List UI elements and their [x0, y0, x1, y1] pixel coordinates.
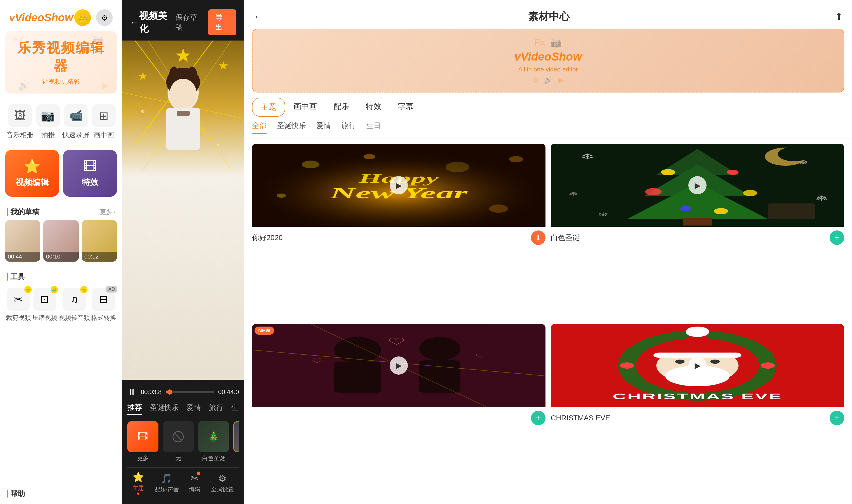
crown-button[interactable]: 👑 [74, 10, 91, 26]
theme-item-none[interactable]: 无 [163, 421, 194, 462]
settings-button[interactable]: ⚙ [96, 10, 113, 26]
primary-tab-theme[interactable]: 主题 [252, 98, 285, 116]
theme-tab-romance[interactable]: 爱情 [186, 403, 201, 415]
nav-music[interactable]: 🎵 配乐·声音 [155, 473, 179, 493]
material-logo: vVideoShow [260, 48, 836, 64]
girl-scene: ♡ ♡ ❄ ❄ [122, 40, 244, 380]
theme-item-heart[interactable]: 💝 心语 [233, 421, 239, 462]
theme-thumb-white-xmas: 🎄 [198, 421, 229, 452]
theme-tab-travel[interactable]: 旅行 [209, 403, 223, 415]
pip-label: 画中画 [94, 130, 114, 140]
fullscreen-button[interactable]: ⛶ [127, 365, 135, 375]
primary-tab-music[interactable]: 配乐 [325, 98, 358, 116]
snow-1: ❄ [141, 108, 145, 114]
save-draft-button[interactable]: 保存草稿 [175, 13, 203, 32]
drafts-header: 我的草稿 更多 › [0, 202, 122, 220]
secondary-tab-birthday[interactable]: 生日 [366, 121, 381, 134]
tool-cut-video[interactable]: ✂ 👑 裁剪视频 [6, 288, 31, 322]
white-xmas-thumb: ❄ ❄ ❄ ❄ ❄ ▶ [551, 144, 844, 227]
video-edit-button[interactable]: ⭐ 视频编辑 [5, 150, 59, 197]
draft-item-2[interactable]: 00:12 [82, 220, 117, 262]
tools-header: 工具 [0, 267, 122, 285]
new-year-download-button[interactable]: ⬇ [531, 231, 545, 245]
white-xmas-play[interactable]: ▶ [688, 176, 707, 194]
tool-video-to-audio[interactable]: ♫ 👑 视频转音频 [59, 288, 90, 322]
material-download-button[interactable]: ⬆ [835, 11, 842, 22]
svg-line-16 [174, 433, 182, 440]
drafts-more[interactable]: 更多 › [100, 208, 115, 216]
snow-2: ❄ [216, 142, 220, 147]
tool-format-convert[interactable]: ⊟ AD 格式转换 [91, 288, 116, 322]
draft-time-0: 00:44 [5, 252, 40, 262]
material-card-white-xmas[interactable]: ❄ ❄ ❄ ❄ ❄ ▶ 白色圣诞 + [551, 144, 844, 319]
screen-record-icon: 📹 [64, 104, 88, 127]
svg-rect-31 [683, 218, 712, 226]
xmas-eve-add-button[interactable]: + [830, 411, 844, 425]
material-card-new-year[interactable]: Happy New Year ▶ 你好2020 ⬇ [252, 144, 545, 319]
progress-thumb[interactable] [167, 390, 172, 395]
secondary-tab-romance[interactable]: 爱情 [316, 121, 331, 134]
white-xmas-name: 白色圣诞 [551, 233, 580, 242]
time-current: 00:03.8 [141, 389, 162, 396]
svg-text:CHRISTMAS EVE: CHRISTMAS EVE [613, 392, 782, 401]
quick-actions: 🖼 音乐相册 📷 拍摄 📹 快速录屏 ⊞ 画中画 [0, 93, 122, 145]
svg-point-48 [419, 337, 460, 360]
draft-time-2: 00:12 [82, 252, 117, 262]
romance-new-badge: NEW [255, 327, 274, 335]
new-year-play[interactable]: ▶ [389, 176, 408, 194]
global-settings-nav-icon: ⚙ [218, 473, 226, 484]
draft-time-1: 00:10 [43, 252, 78, 262]
secondary-tab-travel[interactable]: 旅行 [341, 121, 356, 134]
progress-track[interactable] [166, 391, 214, 393]
tool-compress-video[interactable]: ⊡ 👑 压缩视频 [32, 288, 57, 322]
material-card-xmas-eve[interactable]: CHRISTMAS EVE ▶ CHRISTMAS EVE + [551, 324, 844, 499]
theme-label-white-xmas: 白色圣诞 [202, 454, 225, 462]
secondary-tab-christmas[interactable]: 圣诞快乐 [277, 121, 306, 134]
svg-point-60 [620, 362, 634, 368]
quick-action-pip[interactable]: ⊞ 画中画 [92, 104, 115, 140]
edit-nav-label: 编辑 [189, 486, 201, 493]
theme-item-more[interactable]: 🎞 更多 [127, 421, 159, 462]
quick-action-camera[interactable]: 📷 拍摄 [36, 104, 60, 140]
nav-global-settings[interactable]: ⚙ 全局设置 [211, 473, 234, 493]
play-pause-button[interactable]: ⏸ [127, 386, 137, 397]
draft-item-0[interactable]: 00:44 [5, 220, 40, 262]
nav-edit[interactable]: ✂ 编辑 [189, 473, 201, 493]
svg-text:❄: ❄ [598, 211, 608, 218]
secondary-tab-all[interactable]: 全部 [252, 121, 267, 134]
video-preview: ♡ ♡ ❄ ❄ ⛶ [122, 40, 244, 380]
material-card-romance[interactable]: ♡ ♡ ♡ NEW ▶ + [252, 324, 545, 499]
new-year-thumb: Happy New Year ▶ [252, 144, 545, 227]
material-panel: ← 素材中心 ⬆ Fx 📷 vVideoShow —All in one vid… [244, 0, 852, 504]
theme-tab-christmas[interactable]: 圣诞快乐 [150, 403, 179, 415]
quick-action-screen-record[interactable]: 📹 快速录屏 [62, 104, 89, 140]
help-section[interactable]: 帮助 [0, 484, 122, 504]
heart-1: ♡ [146, 227, 153, 236]
primary-tab-effect[interactable]: 特效 [358, 98, 389, 116]
editor-back-button[interactable]: ← [130, 17, 139, 28]
editor-title: 视频美化 [139, 10, 175, 35]
primary-tab-pip[interactable]: 画中画 [285, 98, 325, 116]
primary-tab-subtitle[interactable]: 字幕 [389, 98, 422, 116]
romance-thumb: ♡ ♡ ♡ NEW ▶ [252, 324, 545, 407]
xmas-eve-play[interactable]: ▶ [688, 357, 707, 375]
romance-add-button[interactable]: + [531, 411, 545, 425]
quick-action-music-album[interactable]: 🖼 音乐相册 [6, 104, 34, 140]
nav-theme[interactable]: ⭐ 主题 [132, 472, 144, 494]
svg-point-36 [680, 206, 691, 211]
draft-item-1[interactable]: 00:10 [43, 220, 78, 262]
romance-play[interactable]: ▶ [389, 357, 408, 375]
export-button[interactable]: 导出 [208, 10, 236, 35]
svg-point-32 [661, 169, 675, 175]
effect-button[interactable]: 🎞 特效 [63, 150, 117, 197]
theme-tab-recommend[interactable]: 推荐 [127, 403, 142, 415]
white-xmas-add-button[interactable]: + [830, 231, 844, 245]
theme-item-white-xmas[interactable]: 🎄 白色圣诞 [198, 421, 229, 462]
theme-tab-birthday[interactable]: 生日 [231, 403, 239, 415]
camera-label: 拍摄 [41, 130, 55, 140]
xmas-eve-name: CHRISTMAS EVE [551, 414, 610, 422]
material-back-button[interactable]: ← [254, 11, 263, 22]
svg-text:♡: ♡ [475, 353, 486, 359]
theme-nav-icon: ⭐ [132, 472, 144, 483]
big-buttons: ⭐ 视频编辑 🎞 特效 [0, 145, 122, 202]
